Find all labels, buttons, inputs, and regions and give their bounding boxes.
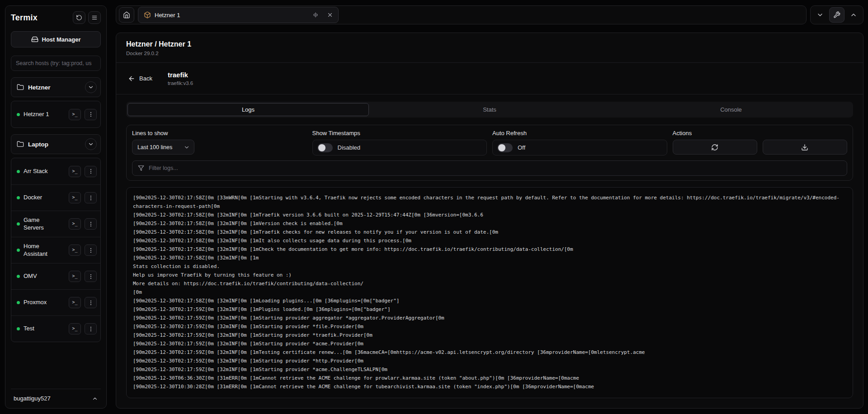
hard-drive-icon — [31, 36, 38, 43]
kebab-menu-icon — [88, 111, 94, 118]
open-terminal-button[interactable]: >_ — [69, 297, 81, 308]
host-menu-button[interactable] — [85, 297, 97, 308]
host-name: Proxmox — [24, 299, 65, 306]
collapse-topbar-button[interactable] — [846, 7, 861, 23]
log-line: [0m — [133, 288, 846, 296]
kebab-menu-icon — [88, 326, 94, 332]
open-terminal-button[interactable]: >_ — [69, 192, 81, 203]
group-collapse-button[interactable] — [85, 138, 97, 150]
host-menu-button[interactable] — [85, 192, 97, 203]
tab-console[interactable]: Console — [610, 103, 852, 116]
group-collapse-button[interactable] — [85, 81, 97, 93]
refresh-hosts-button[interactable] — [73, 11, 85, 24]
host-menu-button[interactable] — [85, 245, 97, 256]
host-row-omv[interactable]: OMV >_ — [11, 263, 100, 289]
log-line: [90m2025-12-30T02:17:58Z[0m [32mINF[0m [… — [133, 219, 846, 228]
log-line: [90m2025-12-30T02:17:58Z[0m [32mINF[0m [… — [133, 245, 846, 254]
host-menu-button[interactable] — [85, 271, 97, 282]
tab-logs[interactable]: Logs — [127, 103, 369, 116]
open-terminal-button[interactable]: >_ — [69, 166, 81, 177]
user-name: bugattiguy527 — [14, 395, 51, 402]
page-title: Hetzner / Hetzner 1 — [126, 40, 853, 48]
download-logs-button[interactable] — [763, 140, 847, 155]
chevron-down-icon — [816, 11, 824, 19]
log-line: [90m2025-12-30T02:17:59Z[0m [32mINF[0m [… — [133, 331, 846, 339]
container-name: traefik — [168, 71, 193, 79]
auto-refresh-state: Off — [518, 144, 525, 151]
rotate-ccw-icon — [76, 14, 82, 21]
open-terminal-button[interactable]: >_ — [69, 271, 81, 282]
log-viewer[interactable]: [90m2025-12-30T02:17:58Z[0m [33mWRN[0m [… — [126, 187, 853, 398]
host-menu-button[interactable] — [85, 166, 97, 177]
home-button[interactable] — [119, 7, 134, 23]
filter-row — [132, 160, 847, 176]
host-row-docker[interactable]: Docker >_ — [11, 184, 100, 211]
tools-button[interactable] — [829, 7, 844, 23]
refresh-logs-button[interactable] — [673, 140, 757, 155]
topbar: Hetzner 1 — [116, 5, 863, 24]
sidebar-header-buttons — [73, 11, 101, 24]
lines-to-show-select[interactable]: Last 100 lines — [132, 140, 194, 155]
toggle-knob — [498, 144, 505, 151]
host-menu-button[interactable] — [85, 109, 97, 120]
auto-refresh-box: Off — [492, 140, 667, 155]
menu-button[interactable] — [88, 11, 101, 24]
auto-refresh-toggle[interactable] — [497, 143, 513, 152]
split-icon — [312, 12, 319, 18]
host-group-hetzner[interactable]: Hetzner — [11, 77, 101, 97]
host-row-proxmox[interactable]: Proxmox >_ — [11, 289, 100, 315]
log-line: [90m2025-12-30T02:17:59Z[0m [32mINF[0m [… — [133, 348, 846, 357]
host-name: Test — [24, 325, 65, 333]
chevron-down-icon — [184, 144, 190, 151]
close-tab-button[interactable] — [325, 9, 335, 20]
log-controls-card: Lines to show Last 100 lines Show Timest… — [126, 125, 853, 181]
host-row-game-servers[interactable]: Game Servers >_ — [11, 211, 100, 237]
host-groups: Hetzner Hetzner 1 >_ Laptop Arr Stack >_… — [11, 71, 101, 342]
show-timestamps-state: Disabled — [338, 144, 361, 151]
runtime-version: Docker 29.0.2 — [126, 51, 853, 56]
tab-stats[interactable]: Stats — [369, 103, 610, 116]
show-timestamps-toggle[interactable] — [317, 143, 333, 152]
open-terminal-button[interactable]: >_ — [69, 245, 81, 256]
container-info: traefik traefik:v3.6 — [168, 71, 193, 86]
folder-icon — [17, 84, 24, 91]
main-panel: Hetzner / Hetzner 1 Docker 29.0.2 Back t… — [116, 33, 863, 409]
terminal-tab-hetzner-1[interactable]: Hetzner 1 — [138, 7, 339, 23]
container-image: traefik:v3.6 — [168, 80, 193, 86]
open-terminal-button[interactable]: >_ — [69, 218, 81, 230]
host-row-hetzner-1[interactable]: Hetzner 1 >_ — [11, 101, 100, 127]
kebab-menu-icon — [88, 300, 94, 306]
search-hosts-input[interactable] — [11, 56, 101, 71]
tab-label: Hetzner 1 — [155, 12, 307, 19]
host-name: Docker — [24, 194, 65, 202]
host-list: Arr Stack >_ Docker >_ Game Servers >_ H… — [11, 158, 101, 342]
home-icon — [123, 11, 130, 19]
user-menu[interactable]: bugattiguy527 — [11, 389, 101, 403]
open-terminal-button[interactable]: >_ — [69, 323, 81, 334]
host-row-arr-stack[interactable]: Arr Stack >_ — [11, 158, 100, 184]
app-title: Termix — [11, 13, 38, 23]
show-timestamps-label: Show Timestamps — [312, 130, 487, 136]
back-button[interactable]: Back — [126, 72, 154, 85]
host-group-laptop[interactable]: Laptop — [11, 134, 101, 154]
host-menu-button[interactable] — [85, 323, 97, 334]
host-manager-label: Host Manager — [42, 36, 81, 43]
container-icon — [144, 11, 151, 19]
host-row-test[interactable]: Test >_ — [11, 315, 100, 342]
open-terminal-button[interactable]: >_ — [69, 109, 81, 120]
split-view-button[interactable] — [310, 9, 321, 20]
status-dot-online — [17, 327, 20, 330]
kebab-menu-icon — [88, 273, 94, 280]
host-name: Game Servers — [24, 216, 65, 232]
host-menu-button[interactable] — [85, 218, 97, 230]
host-manager-button[interactable]: Host Manager — [11, 31, 101, 47]
group-label: Hetzner — [28, 84, 81, 91]
log-line: [90m2025-12-30T02:17:58Z[0m [32mINF[0m [… — [133, 228, 846, 236]
host-name: Hetzner 1 — [24, 111, 65, 118]
arrow-left-icon — [128, 75, 135, 82]
host-row-home-assistant[interactable]: Home Assistant >_ — [11, 237, 100, 263]
filter-logs-input[interactable] — [149, 165, 841, 171]
status-dot-online — [17, 301, 20, 304]
dropdown-button[interactable] — [812, 7, 828, 23]
show-timestamps-box: Disabled — [312, 140, 487, 155]
